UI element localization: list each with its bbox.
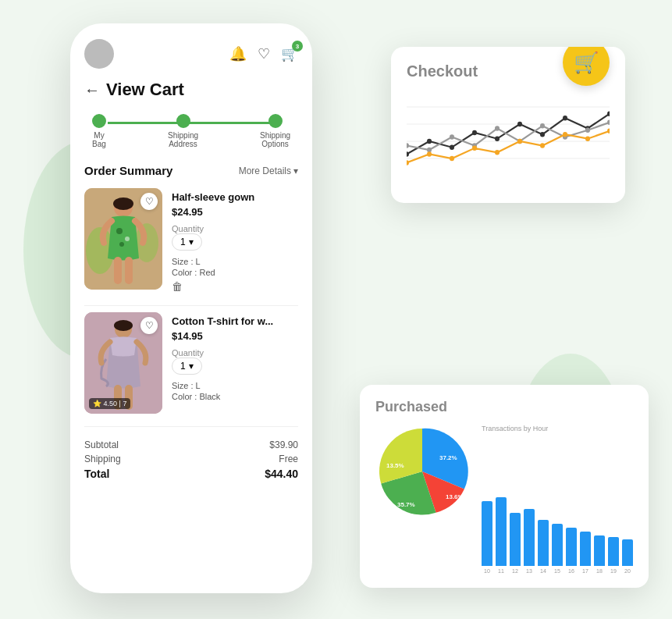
svg-point-7 [119,242,124,247]
bar-14 [538,520,549,566]
quantity-selector-1[interactable]: 1 ▾ [172,358,202,375]
title-text: View Cart [106,80,184,100]
bar-13 [524,509,535,566]
wishlist-button-1[interactable]: ♡ [140,317,158,334]
total-row: Total $44.40 [84,468,298,480]
item-image-1: ♡ [84,312,162,414]
svg-point-6 [125,237,130,241]
svg-point-26 [563,116,567,121]
wishlist-button-0[interactable]: ♡ [140,193,158,210]
svg-text:35.7%: 35.7% [397,501,415,508]
svg-point-42 [472,146,477,151]
subtotal-row: Subtotal $39.90 [84,439,298,450]
item-size-1: Size : L [172,381,298,390]
quantity-label-0: Quantity [172,224,298,233]
delete-button-0[interactable]: 🗑 [172,280,298,293]
header-icons: 🔔 ♡ 🛒 3 [229,45,298,62]
stepper-dot-2 [268,114,283,128]
item-size-0: Size : L [172,257,298,266]
purchased-card-title: Purchased [375,399,633,415]
bar-chart [482,437,633,566]
svg-point-47 [585,136,590,141]
item-name-1: Cotton T-shirt for w... [172,315,298,327]
item-color-0: Color : Red [172,268,298,277]
bar-20 [622,539,633,566]
bar-chart-container: Transactions by Hour 1011121314151617181… [482,425,633,574]
cart-icon[interactable]: 🛒 3 [281,45,298,62]
bar-15 [552,524,563,566]
order-summary-header: Order Summary More Details ▾ [84,164,298,177]
svg-point-25 [540,132,545,137]
bar-label-18: 18 [594,568,605,574]
stepper-step-0: MyBag [92,114,106,148]
cart-item-0: ♡ [84,188,298,293]
bar-chart-title: Transactions by Hour [482,425,633,432]
item-color-1: Color : Black [172,392,298,401]
bar-17 [580,532,591,566]
svg-point-41 [450,156,454,162]
svg-point-5 [116,228,123,234]
bar-label-11: 11 [496,568,507,574]
bar-label-15: 15 [552,568,563,574]
svg-point-23 [495,136,500,141]
svg-point-31 [450,134,454,140]
divider-1 [84,305,298,306]
pie-chart: 37.2% 13.6% 35.7% 13.5% [375,425,469,518]
svg-text:13.5%: 13.5% [386,462,404,469]
svg-point-24 [517,122,522,127]
shipping-row: Shipping Free [84,454,298,464]
quantity-label-1: Quantity [172,348,298,358]
purchased-content: 37.2% 13.6% 35.7% 13.5% Transactions by … [375,425,633,574]
svg-point-29 [407,143,409,148]
svg-point-45 [540,143,545,148]
notification-icon[interactable]: 🔔 [229,45,247,62]
bar-label-12: 12 [510,568,521,574]
svg-point-22 [472,130,477,136]
item-price-0: $24.95 [172,206,298,218]
svg-point-40 [427,151,432,157]
svg-point-43 [495,150,500,155]
checkout-card: 🛒 Checkout [391,47,625,203]
bar-12 [510,513,521,566]
page-title: ← View Cart [84,80,298,100]
bar-label-19: 19 [608,568,619,574]
bar-10 [482,501,492,566]
svg-point-12 [114,320,133,331]
stepper-dot-0 [92,114,106,128]
checkout-stepper: MyBag ShippingAddress ShippingOptions [84,114,298,148]
bar-label-16: 16 [566,568,577,574]
svg-point-46 [563,132,567,137]
cart-badge: 3 [292,41,303,52]
svg-point-48 [607,129,610,134]
item-image-0: ♡ [84,188,162,290]
quantity-selector-0[interactable]: 1 ▾ [172,233,202,251]
bar-18 [594,535,605,566]
item-details-0: Half-sleeve gown $24.95 Quantity 1 ▾ Siz… [172,188,298,293]
stepper-step-2: ShippingOptions [260,114,290,148]
svg-point-21 [450,144,454,150]
item-details-1: Cotton T-shirt for w... $14.95 Quantity … [172,312,298,414]
svg-rect-9 [125,257,133,284]
divider-2 [84,426,298,427]
svg-point-4 [113,197,133,210]
item-price-1: $14.95 [172,330,298,342]
svg-text:37.2%: 37.2% [439,454,457,461]
purchased-card: Purchased 37.2% 13.6% 35.7% 13.5% [360,385,649,588]
order-summary-title: Order Summary [84,164,172,177]
svg-point-39 [407,160,409,165]
rating-badge-1: ⭐ 4.50 | 7 [89,398,130,409]
stepper-step-1: ShippingAddress [168,114,198,148]
bar-label-20: 20 [622,568,633,574]
bar-16 [566,528,577,566]
svg-text:13.6%: 13.6% [446,493,464,500]
more-details-button[interactable]: More Details ▾ [239,165,298,176]
bar-11 [496,497,507,566]
cart-item-1: ♡ [84,312,298,414]
svg-point-44 [517,139,522,144]
wishlist-icon[interactable]: ♡ [258,45,270,62]
item-name-0: Half-sleeve gown [172,191,298,203]
phone-frame: 🔔 ♡ 🛒 3 ← View Cart MyBag ShippingAddre [70,23,312,593]
cart-totals: Subtotal $39.90 Shipping Free Total $44.… [84,433,298,480]
back-button[interactable]: ← [84,81,100,99]
svg-rect-8 [114,257,122,284]
